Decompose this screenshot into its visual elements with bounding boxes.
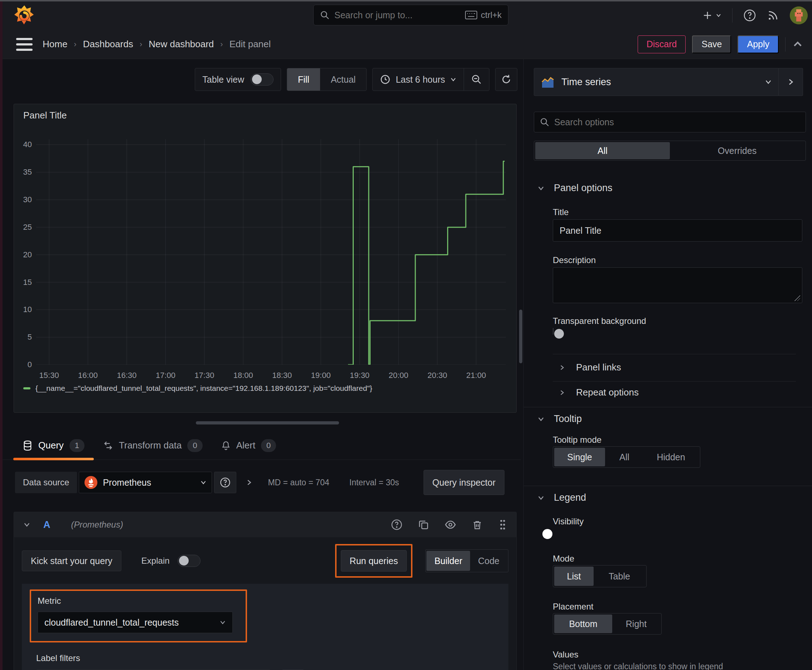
metric-picker[interactable]: cloudflared_tunnel_total_requests bbox=[37, 612, 233, 633]
resize-handle-icon[interactable] bbox=[795, 295, 800, 301]
help-button[interactable] bbox=[743, 9, 756, 22]
query-builder-panel: Metric cloudflared_tunnel_total_requests… bbox=[22, 584, 509, 670]
y-axis-tick: 30 bbox=[15, 195, 32, 205]
panel-title-input[interactable] bbox=[553, 219, 802, 242]
placement-bottom-option[interactable]: Bottom bbox=[554, 614, 612, 633]
options-sidebar: Time series All Overrides Panel options … bbox=[524, 59, 812, 670]
zoom-out-button[interactable] bbox=[464, 68, 489, 91]
section-divider bbox=[553, 381, 796, 382]
query-count-badge: 1 bbox=[70, 439, 85, 452]
collapse-options-icon[interactable] bbox=[792, 39, 804, 50]
expand-options-icon[interactable] bbox=[246, 479, 253, 486]
actual-option[interactable]: Actual bbox=[320, 68, 366, 91]
tab-overrides[interactable]: Overrides bbox=[670, 142, 805, 159]
x-axis-tick: 17:00 bbox=[156, 371, 175, 380]
breadcrumb-dashboards[interactable]: Dashboards bbox=[83, 39, 133, 50]
run-queries-button[interactable]: Run queries bbox=[341, 550, 407, 572]
chevron-down-icon bbox=[219, 619, 226, 626]
fill-actual-switch: Fill Actual bbox=[287, 68, 367, 91]
tab-query[interactable]: Query 1 bbox=[13, 431, 94, 460]
toggle-visibility-icon[interactable] bbox=[445, 519, 456, 530]
discard-button[interactable]: Discard bbox=[637, 36, 686, 53]
code-option[interactable]: Code bbox=[470, 551, 507, 571]
mode-list-option[interactable]: List bbox=[554, 567, 593, 586]
series-color-swatch[interactable] bbox=[23, 387, 31, 389]
chevron-right-icon bbox=[559, 389, 565, 396]
table-view-toggle[interactable] bbox=[251, 73, 273, 86]
tab-transform-label: Transform data bbox=[119, 440, 181, 451]
tooltip-mode-label: Tooltip mode bbox=[553, 435, 602, 445]
search-input[interactable] bbox=[334, 10, 460, 20]
fill-option[interactable]: Fill bbox=[287, 68, 320, 91]
builder-option[interactable]: Builder bbox=[426, 551, 470, 571]
edit-panel-main: Table view Fill Actual Last 6 hours bbox=[2, 59, 521, 670]
datasource-help-button[interactable] bbox=[214, 472, 236, 493]
mode-table-option[interactable]: Table bbox=[593, 567, 645, 586]
repeat-options-section[interactable]: Repeat options bbox=[559, 387, 639, 398]
options-search-input[interactable] bbox=[554, 117, 800, 127]
label-filters-block: Label filters Select label = Select valu… bbox=[36, 653, 500, 670]
breadcrumb-new-dashboard[interactable]: New dashboard bbox=[149, 39, 214, 50]
time-range-picker[interactable]: Last 6 hours bbox=[373, 68, 464, 91]
viz-suggestions-button[interactable] bbox=[779, 68, 803, 96]
explain-toggle[interactable] bbox=[178, 555, 200, 567]
duplicate-query-icon[interactable] bbox=[418, 519, 429, 530]
tab-all[interactable]: All bbox=[535, 142, 670, 159]
actions-divider bbox=[785, 37, 785, 52]
placement-right-option[interactable]: Right bbox=[612, 614, 660, 633]
apply-button[interactable]: Apply bbox=[737, 36, 779, 53]
chevron-down-icon bbox=[450, 76, 456, 83]
tooltip-section[interactable]: Tooltip bbox=[537, 413, 582, 425]
datasource-value: Prometheus bbox=[103, 477, 195, 488]
options-search[interactable] bbox=[534, 112, 806, 132]
refresh-button[interactable] bbox=[495, 68, 517, 91]
query-ref-datasource: (Prometheus) bbox=[71, 520, 123, 530]
menu-toggle-button[interactable] bbox=[16, 38, 32, 51]
description-field-wrap bbox=[553, 267, 802, 303]
save-button[interactable]: Save bbox=[692, 36, 731, 53]
add-new-button[interactable] bbox=[702, 10, 721, 21]
top-bar: ctrl+k bbox=[2, 2, 812, 29]
title-field-label: Title bbox=[553, 207, 568, 217]
y-axis-tick: 5 bbox=[15, 333, 32, 342]
panel-title[interactable]: Panel Title bbox=[23, 110, 66, 121]
transparent-bg-toggle[interactable] bbox=[553, 328, 554, 335]
keyboard-icon bbox=[465, 11, 477, 19]
avatar[interactable] bbox=[790, 7, 808, 24]
chevron-down-icon bbox=[765, 78, 772, 86]
query-ref-id: A bbox=[43, 519, 51, 530]
chevron-down-icon bbox=[537, 416, 544, 423]
series-label[interactable]: {__name__="cloudflared_tunnel_total_requ… bbox=[36, 384, 372, 393]
tooltip-all-option[interactable]: All bbox=[605, 448, 644, 466]
news-rss-button[interactable] bbox=[767, 9, 779, 22]
panel-links-section[interactable]: Panel links bbox=[559, 362, 621, 373]
tooltip-hidden-option[interactable]: Hidden bbox=[644, 448, 698, 466]
delete-query-icon[interactable] bbox=[472, 519, 483, 530]
query-row-header[interactable]: A (Prometheus) bbox=[14, 512, 516, 537]
description-textarea[interactable] bbox=[553, 267, 802, 303]
kick-start-button[interactable]: Kick start your query bbox=[22, 550, 121, 571]
query-stats: MD = auto = 704 Interval = 30s bbox=[268, 478, 399, 487]
breadcrumb-home[interactable]: Home bbox=[42, 39, 67, 50]
query-help-icon[interactable] bbox=[391, 519, 402, 530]
panel-options-section[interactable]: Panel options bbox=[537, 183, 613, 194]
x-axis-tick: 20:30 bbox=[427, 371, 447, 380]
legend-section[interactable]: Legend bbox=[537, 492, 586, 503]
breadcrumb-edit-panel: Edit panel bbox=[229, 39, 271, 50]
datasource-picker[interactable]: Prometheus bbox=[79, 472, 212, 493]
chevron-right-icon bbox=[559, 364, 565, 371]
time-series-chart[interactable] bbox=[36, 139, 506, 365]
grafana-logo-icon[interactable] bbox=[13, 4, 36, 27]
tab-alert[interactable]: Alert 0 bbox=[212, 431, 286, 460]
tab-transform[interactable]: Transform data 0 bbox=[94, 431, 212, 460]
global-search[interactable]: ctrl+k bbox=[313, 5, 509, 25]
placement-label: Placement bbox=[553, 602, 593, 612]
max-datapoints-stat: MD = auto = 704 bbox=[268, 478, 329, 487]
horizontal-scrollbar[interactable] bbox=[196, 421, 339, 425]
tooltip-single-option[interactable]: Single bbox=[554, 448, 605, 466]
query-inspector-button[interactable]: Query inspector bbox=[424, 470, 504, 495]
timeseries-viz-icon bbox=[541, 75, 555, 89]
visualization-picker[interactable]: Time series bbox=[534, 68, 779, 96]
vertical-scrollbar[interactable] bbox=[519, 310, 522, 363]
drag-handle-icon[interactable] bbox=[498, 519, 507, 530]
